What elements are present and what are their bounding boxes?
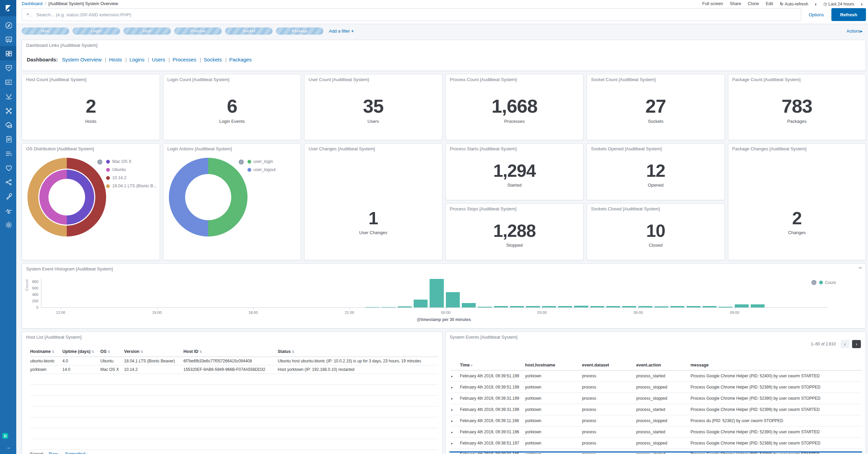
os-distribution-donut[interactable] <box>27 158 106 237</box>
histogram-bar[interactable] <box>478 307 492 307</box>
horizontal-scrollbar[interactable] <box>449 451 863 453</box>
expand-row-icon[interactable]: ▸ <box>451 430 453 434</box>
export-raw-link[interactable]: Raw ↓ <box>49 451 61 454</box>
histogram-bar[interactable] <box>510 306 524 307</box>
column-header-os[interactable]: OS⇅ <box>100 346 124 357</box>
event-row[interactable]: ▸ February 4th 2019, 09:39:11.198 yorkto… <box>451 415 862 427</box>
histogram-bar[interactable] <box>574 306 588 307</box>
add-filter-button[interactable]: Add a filter + <box>329 29 354 34</box>
dashboard-link[interactable]: Processes <box>173 57 196 62</box>
clone-button[interactable]: Clone <box>748 1 759 6</box>
column-header-hostname[interactable]: host.hostname <box>525 360 582 371</box>
event-row[interactable]: ▸ February 4th 2019, 09:39:51.199 yorkto… <box>451 371 862 382</box>
histogram-bar[interactable] <box>654 306 668 307</box>
legend-item[interactable]: Ubuntu <box>106 167 157 172</box>
filter-pill[interactable]: Login <box>73 27 120 35</box>
previous-page-button[interactable]: ‹ <box>841 340 849 348</box>
filter-pill[interactable]: Package <box>276 27 323 35</box>
dashboard-link[interactable]: Users <box>152 57 165 62</box>
histogram-bar[interactable] <box>751 304 765 307</box>
filter-pill[interactable]: Process <box>174 27 222 35</box>
export-formatted-link[interactable]: Formatted ↓ <box>65 451 88 454</box>
expand-row-icon[interactable]: ▸ <box>451 441 453 445</box>
sidebar-item-logs[interactable] <box>0 132 16 146</box>
space-avatar[interactable]: D <box>2 433 8 439</box>
histogram-plot[interactable]: 12:0015:0018:0021:0000:0003:0006:0009:00… <box>41 279 828 308</box>
expand-row-icon[interactable]: ▸ <box>451 374 453 378</box>
expand-row-icon[interactable]: ▸ <box>451 453 453 454</box>
legend-item[interactable]: user_logout <box>248 167 276 172</box>
refresh-button[interactable]: Refresh <box>831 8 866 21</box>
column-header-dataset[interactable]: event.dataset <box>582 360 636 371</box>
breadcrumb-dashboard-link[interactable]: Dashboard <box>22 1 42 6</box>
event-row[interactable]: ▸ February 4th 2019, 09:39:31.199 yorkto… <box>451 404 862 415</box>
histogram-bar[interactable] <box>638 306 652 307</box>
sidebar-collapse-icon[interactable]: → <box>0 444 16 450</box>
histogram-bar[interactable] <box>414 300 428 307</box>
dashboard-link[interactable]: Logins <box>130 57 144 62</box>
column-header-time[interactable]: Time▾ <box>460 360 525 371</box>
column-header-status[interactable]: Status⇅ <box>278 346 438 357</box>
legend-item[interactable]: 10.14.2 <box>106 175 157 180</box>
dashboard-link[interactable]: Hosts <box>109 57 122 62</box>
histogram-bar[interactable] <box>381 307 395 307</box>
expand-row-icon[interactable]: ▸ <box>451 397 453 400</box>
histogram-bar[interactable] <box>542 306 556 307</box>
event-row[interactable]: ▸ February 4th 2019, 09:39:01.196 yorkto… <box>451 427 862 438</box>
event-row[interactable]: ▸ February 4th 2019, 09:38:51.197 yorkto… <box>451 438 862 449</box>
dashboard-link[interactable]: Packages <box>229 57 252 62</box>
host-row[interactable]: yorktown14.0Mac OS X 10.14.2155320EF-9AB… <box>30 365 438 374</box>
histogram-bar[interactable] <box>558 306 572 307</box>
column-header-uptime[interactable]: Uptime (days)⇅ <box>62 346 100 357</box>
edit-button[interactable]: Edit <box>766 1 773 6</box>
histogram-bar[interactable] <box>526 306 540 307</box>
dashboard-link[interactable]: Sockets <box>204 57 222 62</box>
histogram-bar[interactable] <box>622 306 636 307</box>
options-link[interactable]: Options <box>805 12 827 17</box>
event-row[interactable]: ▸ February 4th 2019, 09:39:31.199 yorkto… <box>451 393 862 404</box>
sidebar-item-infrastructure[interactable] <box>0 117 16 132</box>
legend-item[interactable]: user_login <box>248 159 276 164</box>
next-page-button[interactable]: › <box>852 340 861 348</box>
histogram-bar[interactable] <box>494 306 508 307</box>
time-range-picker[interactable]: ◷Last 24 hours <box>823 1 854 6</box>
filter-pill[interactable]: Socket <box>225 27 273 35</box>
column-header-action[interactable]: event.action <box>636 360 691 371</box>
sidebar-item-machine-learning[interactable] <box>0 103 16 117</box>
histogram-bar[interactable] <box>398 306 412 307</box>
sidebar-item-uptime[interactable] <box>0 160 16 174</box>
sidebar-item-maps[interactable] <box>0 89 16 103</box>
expand-row-icon[interactable]: ▸ <box>451 385 453 389</box>
expand-row-icon[interactable]: ▸ <box>451 408 453 412</box>
auto-refresh-button[interactable]: ↻Auto-refresh <box>780 1 808 6</box>
histogram-bar[interactable] <box>446 292 460 307</box>
sidebar-item-discover[interactable] <box>0 18 16 32</box>
login-actions-donut[interactable] <box>169 158 248 237</box>
share-button[interactable]: Share <box>730 1 741 6</box>
panel-options-icon[interactable]: ••• <box>859 266 862 270</box>
dashboard-link[interactable]: System Overview <box>62 57 102 62</box>
histogram-bar[interactable] <box>670 306 684 307</box>
actions-button[interactable]: Actions▸ <box>847 29 863 34</box>
legend-toggle-icon[interactable]: › <box>97 159 102 165</box>
filter-pill[interactable]: User <box>123 27 171 35</box>
histogram-bar[interactable] <box>590 306 604 307</box>
legend-toggle-icon[interactable]: › <box>239 159 244 165</box>
histogram-bar[interactable] <box>703 306 716 307</box>
host-row[interactable]: ubuntu-bionic4.0Ubuntu 18.04.1 LTS (Bion… <box>30 357 438 365</box>
histogram-bar[interactable] <box>606 306 620 307</box>
sidebar-item-canvas[interactable] <box>0 75 16 89</box>
histogram-bar[interactable] <box>430 279 443 307</box>
sidebar-item-management[interactable] <box>0 217 16 231</box>
event-row[interactable]: ▸ February 4th 2019, 09:39:51.199 yorkto… <box>451 382 862 393</box>
legend-item[interactable]: Mac OS X <box>106 159 157 164</box>
column-header-hostname[interactable]: Hostname⇅ <box>30 346 62 357</box>
full-screen-button[interactable]: Full screen <box>702 1 723 6</box>
sidebar-item-apm[interactable] <box>0 146 16 160</box>
sidebar-item-visualize[interactable] <box>0 32 16 46</box>
expand-row-icon[interactable]: ▸ <box>451 419 453 423</box>
time-back-button[interactable]: ‹ <box>815 1 816 7</box>
histogram-bar[interactable] <box>735 304 749 307</box>
histogram-bar[interactable] <box>462 303 476 307</box>
sidebar-item-graph[interactable] <box>0 174 16 189</box>
